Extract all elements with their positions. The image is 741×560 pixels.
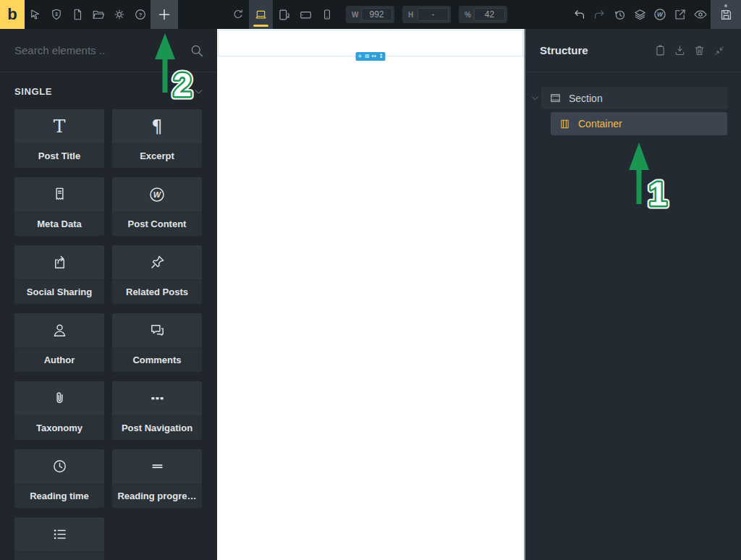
settings-button[interactable] <box>109 0 130 29</box>
zoom-field-label: % <box>465 11 474 19</box>
refresh-icon <box>232 8 245 21</box>
person-icon <box>51 322 68 339</box>
badge-number: 3 <box>55 12 58 17</box>
section-icon <box>549 92 562 104</box>
element-card-excerpt[interactable]: ¶ Excerpt <box>112 109 202 168</box>
zoom-field-value[interactable]: 42 <box>474 8 505 21</box>
import-structure-button[interactable] <box>670 36 690 65</box>
wordpress-admin-button[interactable]: W <box>650 0 670 29</box>
element-card-reading-time[interactable]: Reading time <box>14 449 104 508</box>
open-in-new-tab-button[interactable] <box>670 0 690 29</box>
collapse-icon <box>714 45 725 56</box>
canvas[interactable]: + ⊞ ↔ ↕ <box>217 29 524 560</box>
element-label <box>14 552 104 560</box>
tablet-landscape-icon <box>299 8 313 22</box>
breakpoint-tablet-button[interactable] <box>273 0 295 29</box>
paste-structure-button[interactable] <box>651 36 670 65</box>
undo-icon <box>572 8 586 22</box>
element-label: Taxonomy <box>14 416 104 440</box>
move-vertical-icon[interactable]: ↕ <box>378 54 384 59</box>
comments-icon <box>149 322 166 339</box>
element-card-author[interactable]: Author <box>14 313 104 372</box>
wordpress-icon: W <box>148 186 166 203</box>
add-icon[interactable]: + <box>357 54 363 59</box>
breakpoint-mobile-button[interactable] <box>316 0 338 29</box>
canvas-size-fields: W 992 H - % 42 <box>346 6 507 23</box>
collapse-panel-button[interactable] <box>709 36 729 65</box>
element-card-social-sharing[interactable]: Social Sharing <box>14 245 104 304</box>
element-card-post-navigation[interactable]: Post Navigation <box>112 381 202 440</box>
element-card-table-of-contents[interactable] <box>14 517 104 560</box>
paperclip-icon <box>51 390 68 407</box>
global-classes-button[interactable] <box>630 0 650 29</box>
chevron-down-icon[interactable] <box>193 86 204 97</box>
tree-node-container[interactable]: Container <box>551 112 727 135</box>
tree-node-section[interactable]: Section <box>541 87 727 109</box>
element-card-post-content[interactable]: W Post Content <box>112 177 202 236</box>
element-group-header[interactable]: SINGLE <box>0 72 217 97</box>
laptop-icon <box>254 8 268 22</box>
breakpoint-desktop-button[interactable] <box>249 0 273 29</box>
canvas-width-field[interactable]: W 992 <box>346 6 394 23</box>
select-tool-button[interactable] <box>25 0 46 29</box>
reload-canvas-button[interactable] <box>227 0 249 29</box>
element-card-meta-data[interactable]: Meta Data <box>14 177 104 236</box>
media-library-button[interactable] <box>88 0 109 29</box>
templates-button[interactable]: 3 <box>46 0 67 29</box>
group-label: SINGLE <box>14 86 52 97</box>
help-button[interactable]: ? <box>130 0 151 29</box>
search-icon <box>190 43 204 58</box>
width-field-label: W <box>352 11 361 19</box>
undo-button[interactable] <box>569 0 589 29</box>
breakpoint-landscape-button[interactable] <box>295 0 316 29</box>
element-grid: T Post Title ¶ Excerpt Meta Data W Post … <box>0 97 217 560</box>
help-icon: ? <box>134 8 147 21</box>
structure-panel: Structure <box>525 29 741 560</box>
save-button[interactable] <box>711 0 741 29</box>
history-button[interactable] <box>609 0 630 29</box>
element-mini-toolbar[interactable]: + ⊞ ↔ ↕ <box>356 52 386 61</box>
pilcrow-icon: ¶ <box>151 116 162 137</box>
page-icon <box>71 8 84 21</box>
clock-icon <box>51 458 68 475</box>
folder-icon <box>92 8 105 21</box>
elements-panel: SINGLE T Post Title ¶ Excerpt Meta Data … <box>0 29 217 560</box>
add-element-button[interactable] <box>151 0 178 29</box>
height-field-label: H <box>408 11 418 19</box>
tree-chevron-icon[interactable] <box>530 93 541 103</box>
move-horizontal-icon[interactable]: ↔ <box>372 54 377 59</box>
width-field-value[interactable]: 992 <box>361 8 392 21</box>
element-label: Post Navigation <box>112 416 202 440</box>
plus-icon <box>157 7 172 22</box>
canvas-height-field[interactable]: H - <box>402 6 451 23</box>
preview-button[interactable] <box>690 0 711 29</box>
element-card-reading-progress[interactable]: Reading progre… <box>112 449 202 508</box>
trash-icon <box>693 44 706 56</box>
element-label: Meta Data <box>14 212 104 236</box>
external-link-icon <box>674 8 687 21</box>
redo-icon <box>593 8 606 22</box>
toolbar-center-group <box>227 0 338 29</box>
search-input[interactable] <box>14 44 190 56</box>
canvas-zoom-field[interactable]: % 42 <box>459 6 507 23</box>
phone-icon <box>321 8 334 21</box>
element-card-post-title[interactable]: T Post Title <box>14 109 104 168</box>
pin-icon <box>149 254 166 271</box>
delete-structure-button[interactable] <box>690 36 709 65</box>
element-label: Author <box>14 348 104 372</box>
grid-icon[interactable]: ⊞ <box>365 54 370 59</box>
redo-button[interactable] <box>589 0 609 29</box>
wordpress-glyph: W <box>153 190 162 198</box>
text-icon: T <box>54 116 66 137</box>
layers-icon <box>633 8 647 22</box>
element-card-comments[interactable]: Comments <box>112 313 202 372</box>
pages-button[interactable] <box>67 0 88 29</box>
clipboard-icon <box>654 44 666 56</box>
gear-icon <box>113 8 126 21</box>
element-card-related-posts[interactable]: Related Posts <box>112 245 202 304</box>
bricks-logo[interactable]: b <box>0 0 25 29</box>
height-field-value[interactable]: - <box>418 8 449 21</box>
element-card-taxonomy[interactable]: Taxonomy <box>14 381 104 440</box>
tree-node-label: Section <box>569 93 603 104</box>
container-icon <box>559 118 571 130</box>
